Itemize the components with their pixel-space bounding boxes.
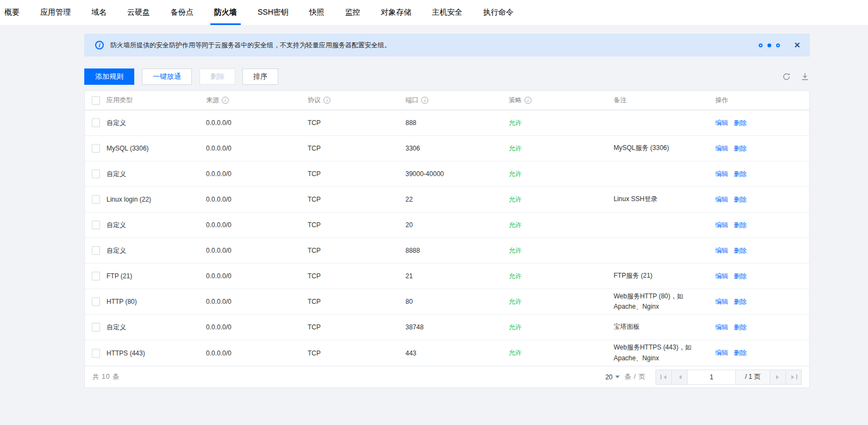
- refresh-icon[interactable]: [782, 72, 791, 82]
- cell-app-type: Linux login (22): [107, 196, 206, 203]
- tab-run-command[interactable]: 执行命令: [479, 0, 517, 25]
- carousel-dot-2-active[interactable]: [767, 43, 771, 47]
- row-checkbox[interactable]: [92, 144, 100, 153]
- last-page-icon: [791, 375, 796, 379]
- tab-backup-point[interactable]: 备份点: [167, 0, 197, 25]
- tab-ssh-key[interactable]: SSH密钥: [254, 0, 292, 25]
- edit-link[interactable]: 编辑: [715, 323, 728, 331]
- cell-protocol: TCP: [308, 349, 405, 357]
- delete-link[interactable]: 删除: [734, 298, 747, 305]
- policy-info-icon[interactable]: [524, 97, 532, 104]
- row-checkbox[interactable]: [92, 246, 100, 255]
- sort-button[interactable]: 排序: [242, 68, 278, 85]
- first-page-button[interactable]: [655, 370, 672, 385]
- download-icon[interactable]: [800, 72, 810, 82]
- select-all-checkbox[interactable]: [92, 96, 100, 105]
- table-row: HTTPS (443) 0.0.0.0/0 TCP 443 允许 Web服务HT…: [85, 340, 809, 366]
- delete-link[interactable]: 删除: [734, 349, 747, 357]
- cell-protocol: TCP: [308, 298, 405, 305]
- cell-app-type: 自定义: [107, 246, 206, 255]
- row-checkbox[interactable]: [92, 170, 100, 178]
- tab-app-management[interactable]: 应用管理: [36, 0, 74, 25]
- delete-link[interactable]: 删除: [734, 221, 747, 229]
- edit-link[interactable]: 编辑: [715, 119, 728, 127]
- edit-link[interactable]: 编辑: [715, 349, 728, 357]
- delete-link[interactable]: 删除: [734, 145, 747, 152]
- cell-port: 38748: [405, 323, 509, 331]
- cell-remark: Web服务HTTP (80)，如 Apache、Nginx: [614, 291, 706, 312]
- port-info-icon[interactable]: [421, 97, 428, 104]
- page-input[interactable]: 1: [687, 370, 736, 385]
- top-tab-bar: 概要 应用管理 域名 云硬盘 备份点 防火墙 SSH密钥 快照 监控 对象存储 …: [0, 0, 868, 25]
- cell-policy: 允许: [509, 221, 614, 230]
- cell-app-type: 自定义: [107, 323, 206, 332]
- next-page-icon: [776, 375, 781, 379]
- chevron-down-icon: [615, 376, 620, 380]
- row-checkbox[interactable]: [92, 118, 100, 127]
- cell-app-type: MySQL (3306): [107, 145, 206, 152]
- cell-app-type: FTP (21): [107, 272, 206, 280]
- tab-monitor[interactable]: 监控: [341, 0, 364, 25]
- cell-remark: FTP服务 (21): [614, 271, 706, 281]
- tab-object-storage[interactable]: 对象存储: [377, 0, 415, 25]
- cell-policy: 允许: [509, 272, 614, 281]
- banner-message: 防火墙所提供的安全防护作用等同于云服务器中的安全组，不支持为轻量应用服务器配置安…: [110, 41, 759, 50]
- cell-policy: 允许: [509, 144, 614, 153]
- cell-protocol: TCP: [308, 272, 405, 280]
- protocol-info-icon[interactable]: [323, 97, 330, 104]
- row-checkbox[interactable]: [92, 195, 100, 204]
- col-protocol: 协议: [308, 96, 405, 105]
- cell-port: 20: [405, 221, 509, 229]
- last-page-button[interactable]: [785, 370, 802, 385]
- delete-link[interactable]: 删除: [734, 170, 747, 178]
- table-footer: 共 10 条 20 条 / 页 1 / 1 页: [85, 366, 809, 388]
- close-icon[interactable]: [794, 40, 800, 50]
- row-checkbox[interactable]: [92, 323, 100, 332]
- delete-link[interactable]: 删除: [734, 323, 747, 331]
- edit-link[interactable]: 编辑: [715, 272, 728, 280]
- edit-link[interactable]: 编辑: [715, 145, 728, 152]
- tab-domain[interactable]: 域名: [88, 0, 110, 25]
- open-all-ports-button[interactable]: 一键放通: [142, 68, 192, 85]
- delete-link[interactable]: 删除: [734, 119, 747, 127]
- add-rule-button[interactable]: 添加规则: [84, 68, 134, 85]
- page-size-value: 20: [605, 373, 613, 381]
- source-info-icon[interactable]: [222, 97, 229, 104]
- delete-link[interactable]: 删除: [734, 247, 747, 254]
- cell-port: 39000-40000: [405, 170, 509, 178]
- banner-carousel-dots: [759, 43, 780, 47]
- cell-source: 0.0.0.0/0: [206, 298, 308, 305]
- row-checkbox[interactable]: [92, 349, 100, 358]
- tab-firewall[interactable]: 防火墙: [210, 0, 241, 25]
- cell-protocol: TCP: [308, 170, 405, 178]
- edit-link[interactable]: 编辑: [715, 196, 728, 203]
- tab-snapshot[interactable]: 快照: [305, 0, 328, 25]
- page-size-select[interactable]: 20 条 / 页: [605, 372, 646, 382]
- cell-port: 22: [405, 196, 509, 203]
- edit-link[interactable]: 编辑: [715, 298, 728, 305]
- delete-button[interactable]: 删除: [199, 68, 235, 85]
- edit-link[interactable]: 编辑: [715, 221, 728, 229]
- carousel-dot-3[interactable]: [776, 43, 780, 47]
- tab-cloud-disk[interactable]: 云硬盘: [123, 0, 154, 25]
- tab-host-security[interactable]: 主机安全: [428, 0, 466, 25]
- cell-remark: Linux SSH登录: [614, 194, 706, 204]
- col-actions: 操作: [715, 96, 809, 105]
- row-checkbox[interactable]: [92, 297, 100, 306]
- cell-remark: MySQL服务 (3306): [614, 143, 706, 153]
- prev-page-button[interactable]: [671, 370, 688, 385]
- next-page-button[interactable]: [770, 370, 786, 385]
- total-count: 共 10 条: [92, 372, 120, 382]
- first-page-icon: [661, 375, 666, 379]
- tab-overview[interactable]: 概要: [1, 0, 23, 25]
- edit-link[interactable]: 编辑: [715, 170, 728, 178]
- table-row: HTTP (80) 0.0.0.0/0 TCP 80 允许 Web服务HTTP …: [85, 289, 809, 315]
- page-size-unit: 条 / 页: [625, 372, 646, 382]
- row-checkbox[interactable]: [92, 221, 100, 229]
- row-checkbox[interactable]: [92, 272, 100, 280]
- delete-link[interactable]: 删除: [734, 196, 747, 203]
- carousel-dot-1[interactable]: [759, 43, 763, 47]
- edit-link[interactable]: 编辑: [715, 247, 728, 254]
- col-remark: 备注: [614, 96, 715, 105]
- delete-link[interactable]: 删除: [734, 272, 747, 280]
